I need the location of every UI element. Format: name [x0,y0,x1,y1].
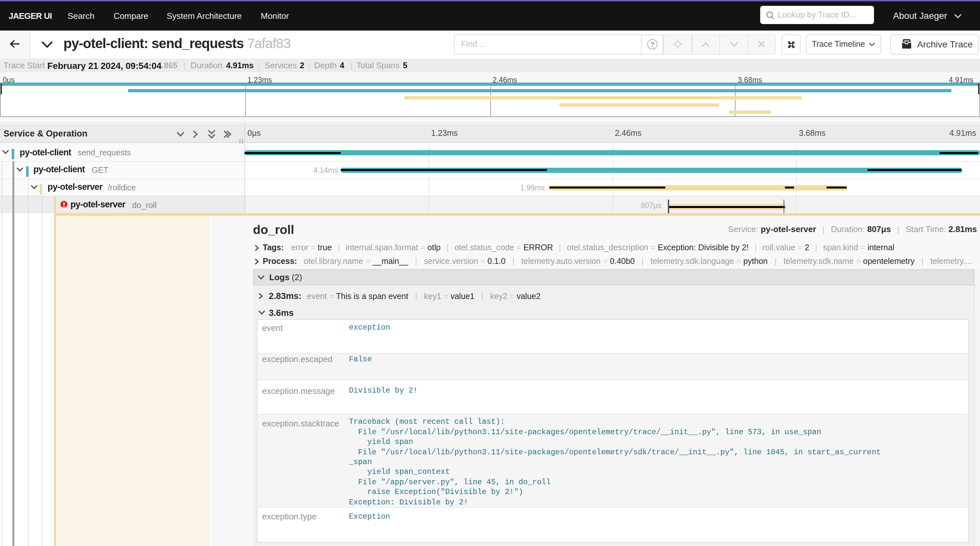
svg-text:?: ? [650,41,654,48]
